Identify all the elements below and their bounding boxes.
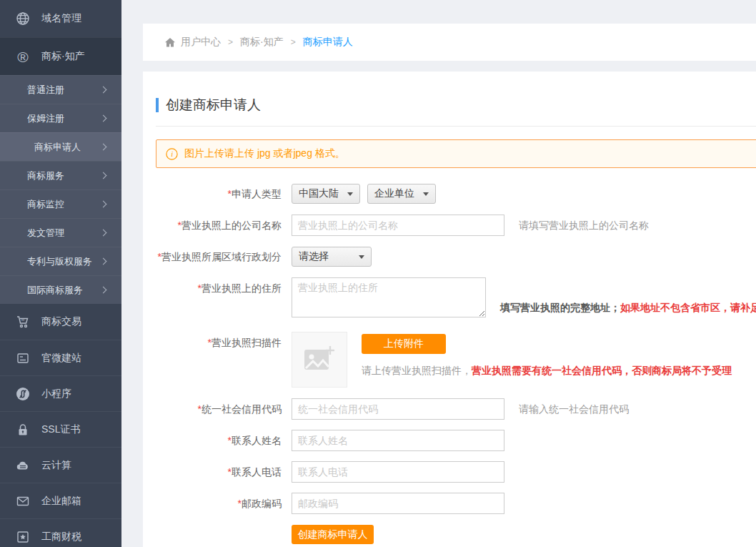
breadcrumb-user-center[interactable]: 用户中心 xyxy=(181,36,221,49)
sidebar-subitem-international-trademark[interactable]: 国际商标服务 xyxy=(0,275,121,304)
credit-code-hint: 请输入统一社会信用代码 xyxy=(519,398,629,420)
contact-phone-label: 联系人电话 xyxy=(232,466,282,478)
breadcrumb: 用户中心 > 商标·知产 > 商标申请人 xyxy=(164,36,353,49)
caret-down-icon xyxy=(347,192,353,196)
registered-trademark-icon: ® xyxy=(14,48,31,65)
globe-icon xyxy=(14,10,31,27)
upload-preview-box[interactable] xyxy=(292,332,347,388)
chevron-right-icon xyxy=(100,201,107,208)
svg-text:R: R xyxy=(21,317,25,322)
entity-type-select[interactable]: 企业单位 xyxy=(367,184,436,204)
contact-phone-input[interactable] xyxy=(292,461,504,483)
sidebar-item-label: 商标·知产 xyxy=(41,50,85,63)
main-content: 用户中心 > 商标·知产 > 商标申请人 创建商标申请人 i 图片上传请上传 j… xyxy=(121,0,756,547)
address-hint: 填写营业执照的完整地址；如果地址不包含省市区，请补足。 xyxy=(500,302,756,315)
upload-attachment-button[interactable]: 上传附件 xyxy=(362,334,446,354)
postal-code-input[interactable] xyxy=(292,493,504,514)
sidebar-subitem-nanny-registration[interactable]: 保姆注册 xyxy=(0,104,121,132)
info-icon: i xyxy=(166,148,178,160)
svg-text:i: i xyxy=(171,150,173,158)
page-title: 创建商标申请人 xyxy=(156,96,756,114)
license-scan-hint: 请上传营业执照扫描件，营业执照需要有统一社会信用代码，否则商标局将不予受理 xyxy=(362,365,732,378)
sidebar-subitem-trademark-monitoring[interactable]: 商标监控 xyxy=(0,189,121,218)
envelope-icon xyxy=(14,493,31,510)
website-icon xyxy=(14,350,31,367)
sidebar-item-cloud-computing[interactable]: 云计算 xyxy=(0,447,121,483)
sidebar-item-trademark-ip[interactable]: ® 商标·知产 xyxy=(0,37,121,75)
caret-down-icon xyxy=(423,192,429,196)
company-name-input[interactable] xyxy=(292,215,504,236)
cart-icon: R xyxy=(14,313,31,330)
chevron-right-icon xyxy=(100,87,107,94)
sidebar-item-trademark-trade[interactable]: R 商标交易 xyxy=(0,304,121,340)
form-row-credit-code: *统一社会信用代码 请输入统一社会信用代码 xyxy=(156,398,756,420)
license-scan-label: 营业执照扫描件 xyxy=(212,337,282,348)
sidebar-bottom-group: R 商标交易 官微建站 小程序 xyxy=(0,304,121,547)
caret-down-icon xyxy=(359,255,364,259)
form-row-applicant-type: *申请人类型 中国大陆 企业单位 xyxy=(156,183,756,204)
form-row-submit: 创建商标申请人 xyxy=(156,525,756,544)
form-card: 创建商标申请人 i 图片上传请上传 jpg 或者jpeg 格式。 *申请人类型 … xyxy=(143,72,756,547)
breadcrumb-separator: > xyxy=(228,37,233,47)
home-icon xyxy=(164,37,176,48)
sidebar-subitem-document-management[interactable]: 发文管理 xyxy=(0,218,121,247)
create-applicant-form: *申请人类型 中国大陆 企业单位 *营业执照上的公司名称 请填写营业执照上的公司… xyxy=(156,183,756,544)
chevron-right-icon xyxy=(100,287,107,294)
region-division-label: 营业执照所属区域行政划分 xyxy=(161,251,282,262)
form-row-company-name: *营业执照上的公司名称 请填写营业执照上的公司名称 xyxy=(156,215,756,236)
sidebar-item-label: 域名管理 xyxy=(41,12,81,25)
applicant-type-label: 申请人类型 xyxy=(232,188,282,199)
credit-code-label: 统一社会信用代码 xyxy=(202,403,282,415)
create-applicant-button[interactable]: 创建商标申请人 xyxy=(292,525,374,544)
breadcrumb-separator: > xyxy=(291,37,296,47)
sidebar-item-enterprise-email[interactable]: 企业邮箱 xyxy=(0,483,121,518)
company-name-hint: 请填写营业执照上的公司名称 xyxy=(519,215,649,236)
notice-text: 图片上传请上传 jpg 或者jpeg 格式。 xyxy=(184,147,345,160)
form-row-postal-code: *邮政编码 xyxy=(156,493,756,514)
sidebar-item-domain-management[interactable]: 域名管理 xyxy=(0,0,121,37)
region-select[interactable]: 中国大陆 xyxy=(292,184,360,204)
sidebar-subitem-normal-registration[interactable]: 普通注册 xyxy=(0,75,121,104)
breadcrumb-trademark-applicant[interactable]: 商标申请人 xyxy=(303,36,353,49)
sidebar: 域名管理 ® 商标·知产 普通注册 保姆注册 商标申请人 商标服务 商标监控 发… xyxy=(0,0,121,547)
breadcrumb-trademark-ip[interactable]: 商标·知产 xyxy=(240,36,284,49)
credit-code-input[interactable] xyxy=(292,398,504,420)
cloud-icon xyxy=(14,457,31,474)
form-row-region-division: *营业执照所属区域行政划分 请选择 xyxy=(156,246,756,267)
address-textarea[interactable] xyxy=(292,277,486,317)
star-box-icon xyxy=(14,528,31,546)
form-row-contact-name: *联系人姓名 xyxy=(156,430,756,451)
region-division-select[interactable]: 请选择 xyxy=(292,247,372,267)
title-divider xyxy=(156,126,756,127)
company-name-label: 营业执照上的公司名称 xyxy=(181,220,282,231)
sidebar-subitem-trademark-applicant[interactable]: 商标申请人 xyxy=(0,132,121,161)
sidebar-item-official-website[interactable]: 官微建站 xyxy=(0,340,121,375)
chevron-right-icon xyxy=(100,258,107,265)
chevron-right-icon xyxy=(100,115,107,122)
sidebar-subitem-patent-copyright[interactable]: 专利与版权服务 xyxy=(0,247,121,275)
sidebar-item-mini-program[interactable]: 小程序 xyxy=(0,375,121,411)
sidebar-item-business-tax[interactable]: 工商财税 xyxy=(0,518,121,547)
title-accent-bar xyxy=(156,98,159,112)
sidebar-submenu: 普通注册 保姆注册 商标申请人 商标服务 商标监控 发文管理 专利与版权服务 国… xyxy=(0,75,121,304)
form-row-contact-phone: *联系人电话 xyxy=(156,461,756,483)
breadcrumb-card: 用户中心 > 商标·知产 > 商标申请人 xyxy=(143,24,756,61)
postal-code-label: 邮政编码 xyxy=(242,498,282,509)
sidebar-item-ssl-certificate[interactable]: SSL证书 xyxy=(0,411,121,447)
miniprogram-icon xyxy=(14,385,31,403)
chevron-right-icon xyxy=(100,230,107,237)
address-label: 营业执照上的住所 xyxy=(202,282,282,294)
notice-banner: i 图片上传请上传 jpg 或者jpeg 格式。 xyxy=(156,139,756,168)
form-row-license-scan: *营业执照扫描件 上传附件 请 xyxy=(156,332,756,388)
form-row-address: *营业执照上的住所 填写营业执照的完整地址；如果地址不包含省市区，请补足。 xyxy=(156,277,756,317)
contact-name-input[interactable] xyxy=(292,430,504,451)
lock-icon xyxy=(14,421,31,438)
chevron-right-icon xyxy=(100,172,107,179)
chevron-right-icon xyxy=(100,144,107,151)
contact-name-label: 联系人姓名 xyxy=(232,435,282,446)
sidebar-subitem-trademark-services[interactable]: 商标服务 xyxy=(0,161,121,189)
image-placeholder-icon xyxy=(303,344,336,376)
